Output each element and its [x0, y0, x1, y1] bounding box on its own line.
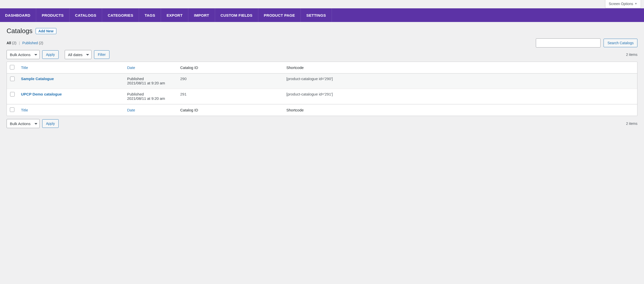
filter-button[interactable]: Filter: [94, 50, 109, 59]
nav-settings[interactable]: SETTINGS: [301, 8, 332, 22]
nav-custom-fields[interactable]: CUSTOM FIELDS: [215, 8, 258, 22]
catalogs-table: Title Date Catalog ID Shortcode Sample C…: [7, 62, 637, 116]
items-count-top: 2 items: [626, 53, 637, 57]
separator: |: [17, 41, 21, 45]
col-header-shortcode: Shortcode: [283, 62, 637, 74]
view-all-count: (2): [12, 41, 16, 45]
bulk-apply-button-top[interactable]: Apply: [42, 50, 59, 59]
row-datetime: 2021/08/11 at 9:20 am: [127, 81, 174, 85]
col-footer-date[interactable]: Date: [124, 104, 177, 116]
view-published-count: (2): [39, 41, 43, 45]
bulk-apply-button-bottom[interactable]: Apply: [42, 119, 59, 128]
row-status: Published: [127, 92, 174, 96]
bulk-actions-select-bottom[interactable]: Bulk Actions: [7, 119, 40, 128]
row-catalog-id: 291: [177, 89, 283, 104]
primary-nav: DASHBOARD PRODUCTS CATALOGS CATEGORIES T…: [0, 8, 644, 22]
col-footer-id: Catalog ID: [177, 104, 283, 116]
select-all-checkbox-top[interactable]: [10, 65, 14, 69]
row-title-link[interactable]: UPCP Demo catalogue: [21, 92, 62, 96]
col-footer-title[interactable]: Title: [18, 104, 124, 116]
page-title: Catalogs: [7, 27, 33, 35]
row-checkbox[interactable]: [10, 92, 15, 97]
items-count-bottom: 2 items: [626, 122, 637, 126]
col-header-id: Catalog ID: [177, 62, 283, 74]
view-published-link[interactable]: Published: [22, 41, 38, 45]
row-catalog-id: 290: [177, 74, 283, 89]
date-filter-select[interactable]: All dates: [65, 50, 91, 59]
search-input[interactable]: [536, 38, 601, 48]
row-checkbox[interactable]: [10, 77, 15, 81]
nav-products[interactable]: PRODUCTS: [36, 8, 70, 22]
chevron-down-icon: ▼: [635, 1, 637, 7]
row-title-link[interactable]: Sample Catalogue: [21, 77, 54, 81]
view-filters: All (2) | Published (2): [7, 41, 43, 45]
row-datetime: 2021/08/11 at 9:20 am: [127, 96, 174, 101]
nav-dashboard[interactable]: DASHBOARD: [0, 8, 36, 22]
table-row: UPCP Demo catalogue Published 2021/08/11…: [7, 89, 637, 104]
col-footer-shortcode: Shortcode: [283, 104, 637, 116]
nav-import[interactable]: IMPORT: [188, 8, 215, 22]
screen-options-button[interactable]: Screen Options ▼: [605, 0, 641, 8]
add-new-button[interactable]: Add New: [36, 28, 56, 34]
select-all-checkbox-bottom[interactable]: [10, 107, 14, 112]
nav-export[interactable]: EXPORT: [161, 8, 188, 22]
view-all-label: All: [7, 41, 11, 45]
col-header-date[interactable]: Date: [124, 62, 177, 74]
nav-tags[interactable]: TAGS: [139, 8, 161, 22]
row-shortcode: [product-catalogue id='291']: [283, 89, 637, 104]
table-row: Sample Catalogue Published 2021/08/11 at…: [7, 74, 637, 89]
nav-product-page[interactable]: PRODUCT PAGE: [258, 8, 301, 22]
col-header-title[interactable]: Title: [18, 62, 124, 74]
nav-categories[interactable]: CATEGORIES: [102, 8, 139, 22]
row-shortcode: [product-catalogue id='290']: [283, 74, 637, 89]
nav-catalogs[interactable]: CATALOGS: [70, 8, 102, 22]
row-status: Published: [127, 77, 174, 81]
bulk-actions-select-top[interactable]: Bulk Actions: [7, 50, 40, 59]
screen-options-label: Screen Options: [609, 1, 633, 7]
search-button[interactable]: Search Catalogs: [604, 39, 637, 47]
